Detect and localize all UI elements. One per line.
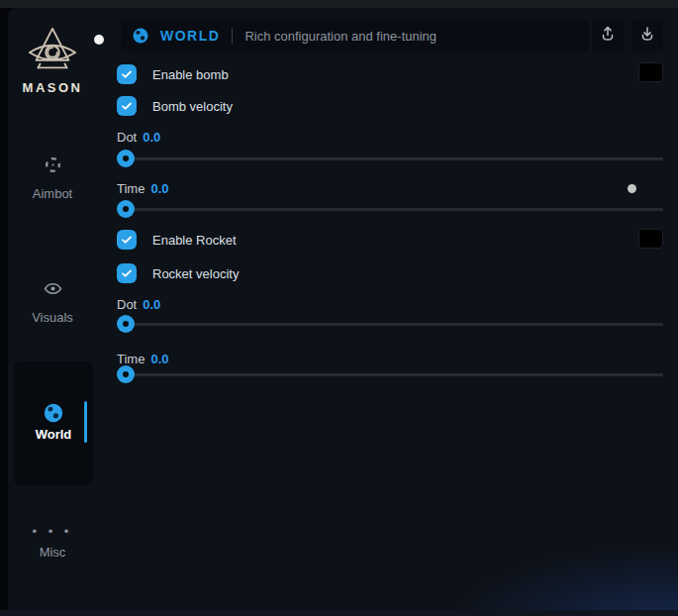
slider-knob-bomb-dot[interactable] [117,150,135,167]
slider-label-bomb-time: Time0.0 [117,181,168,196]
checkbox-checked-icon[interactable] [117,96,137,116]
slider-value: 0.0 [150,181,168,196]
upload-icon [599,25,617,47]
slider-track-rocket-dot[interactable] [117,323,663,326]
toggle-label: Rocket velocity [152,266,239,281]
globe-icon [43,402,64,428]
slider-value: 0.0 [150,352,168,366]
slider-value: 0.0 [143,130,160,145]
sidebar-item-label: Misc [40,545,66,560]
slider-name: Dot [117,130,137,145]
screen: MASON Aimbot Visuals [0,0,678,616]
background-glow [421,537,678,616]
sidebar-item-world[interactable]: World [14,361,93,485]
ellipsis-icon: • • • [33,527,73,537]
sidebar-item-misc[interactable]: • • • Misc [8,527,97,560]
slider-name: Time [117,352,145,366]
mason-logo-icon [8,26,97,77]
sidebar-item-label: Visuals [32,310,73,325]
slider-knob-bomb-time[interactable] [117,200,135,218]
toggle-label: Enable bomb [152,67,229,82]
toggle-label: Enable Rocket [152,233,237,248]
brand: MASON [8,26,97,95]
checkbox-checked-icon[interactable] [117,230,137,250]
app-window: MASON Aimbot Visuals [8,8,678,610]
top-strip [0,0,678,8]
slider-label-bomb-dot: Dot0.0 [117,130,160,145]
sidebar-item-visuals[interactable]: Visuals [8,279,97,325]
knob-center [123,371,129,377]
page-subtitle: Rich configuration and fine-tuning [244,29,436,44]
download-icon [638,25,656,47]
sidebar-item-label: World [14,427,93,442]
sidebar-item-aimbot[interactable]: Aimbot [8,155,97,201]
slider-knob-rocket-time[interactable] [117,365,135,383]
toggle-label: Bomb velocity [152,99,233,114]
slider-name: Time [117,181,145,196]
crosshair-icon [44,155,62,178]
brand-name: MASON [8,80,97,95]
cursor-dot [94,35,104,45]
slider-knob-rocket-dot[interactable] [117,315,135,333]
header-divider [232,28,233,44]
download-config-button[interactable] [631,20,663,51]
sidebar-item-label: Aimbot [33,186,72,201]
page-header: WORLD Rich configuration and fine-tuning [121,20,589,51]
checkbox-checked-icon[interactable] [117,263,137,283]
slider-label-rocket-dot: Dot0.0 [117,297,160,312]
globe-icon [132,27,149,45]
active-indicator [84,401,87,443]
toggle-bomb-velocity[interactable]: Bomb velocity [117,96,233,116]
indicator-dot [628,184,636,193]
toggle-rocket-velocity[interactable]: Rocket velocity [117,263,239,283]
slider-track-rocket-time[interactable] [117,373,663,376]
knob-center [123,155,129,161]
toggle-enable-bomb[interactable]: Enable bomb [117,64,229,84]
slider-value: 0.0 [143,297,160,312]
slider-name: Dot [117,297,137,312]
bottom-strip [0,610,678,616]
sidebar: MASON Aimbot Visuals [8,8,107,610]
rocket-color-swatch[interactable] [638,229,663,249]
checkbox-checked-icon[interactable] [117,64,137,84]
slider-label-rocket-time: Time0.0 [117,352,168,366]
slider-track-bomb-dot[interactable] [117,157,663,160]
upload-config-button[interactable] [592,20,624,51]
page-title: WORLD [160,28,220,44]
bomb-color-swatch[interactable] [638,62,663,82]
knob-center [123,321,129,327]
knob-center [123,206,129,212]
eye-icon [44,279,62,302]
slider-track-bomb-time[interactable] [117,208,663,211]
toggle-enable-rocket[interactable]: Enable Rocket [117,230,237,250]
